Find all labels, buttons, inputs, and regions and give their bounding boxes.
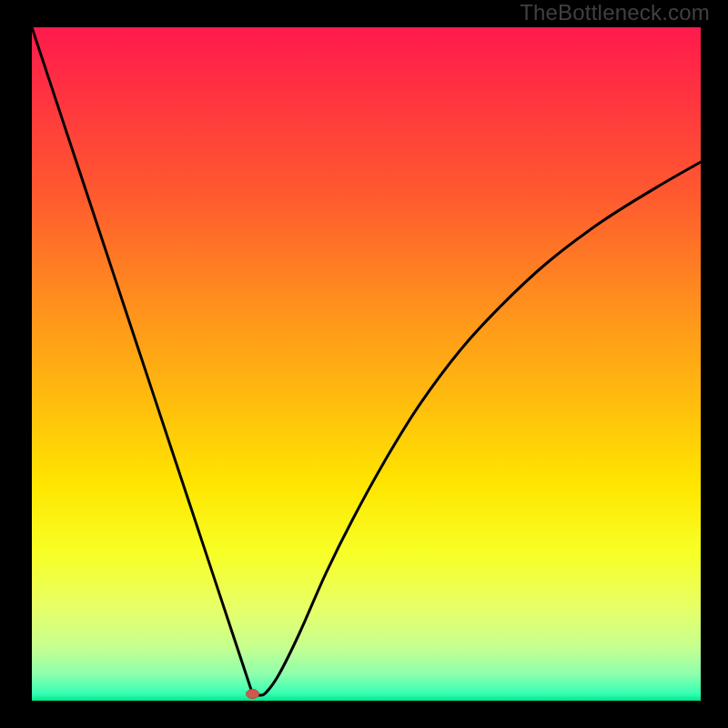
optimum-marker <box>247 690 259 699</box>
bottleneck-chart <box>0 0 728 728</box>
chart-container: TheBottleneck.com <box>0 0 728 728</box>
watermark-text: TheBottleneck.com <box>520 0 710 25</box>
gradient-background <box>32 27 701 701</box>
